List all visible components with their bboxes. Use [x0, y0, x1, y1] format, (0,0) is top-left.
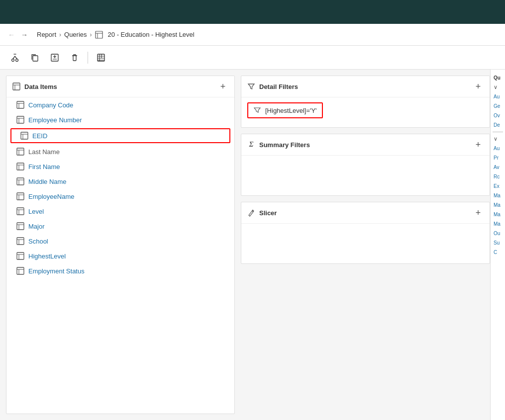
- item-label-10: HighestLevel: [28, 252, 66, 260]
- svg-point-3: [12, 59, 14, 61]
- breadcrumb-queries[interactable]: Queries: [64, 31, 87, 38]
- toolbar-divider: [88, 52, 88, 64]
- filter-tag-icon: [253, 106, 261, 114]
- forward-button[interactable]: →: [19, 29, 30, 41]
- summary-filters-add-button[interactable]: +: [473, 139, 484, 150]
- far-right-item-ma2[interactable]: Ma: [493, 201, 503, 209]
- item-icon-0: [16, 101, 24, 109]
- detail-filters-panel: Detail Filters + [HighestLevel]='Y': [241, 76, 490, 128]
- far-right-divider: [493, 132, 503, 132]
- delete-button[interactable]: [66, 49, 84, 67]
- far-right-chevron-1[interactable]: ∨: [493, 83, 503, 91]
- breadcrumb-sep-2: ›: [90, 31, 92, 38]
- far-right-item-rc[interactable]: Rc: [493, 172, 503, 181]
- data-items-add-button[interactable]: +: [217, 81, 228, 92]
- data-item-major[interactable]: Major: [6, 219, 234, 234]
- item-label-7: Level: [28, 208, 44, 215]
- summary-filters-content: [241, 156, 490, 195]
- back-button[interactable]: ←: [6, 29, 17, 41]
- cut-button[interactable]: [6, 49, 24, 67]
- data-item-company-code[interactable]: Company Code: [6, 97, 234, 112]
- detail-filter-tag[interactable]: [HighestLevel]='Y': [247, 102, 323, 118]
- copy-button[interactable]: [26, 49, 44, 67]
- item-icon-6: [16, 192, 24, 200]
- slicer-title: Slicer: [259, 209, 277, 217]
- slicer-add-button[interactable]: +: [473, 207, 484, 218]
- far-right-item-au2[interactable]: Au: [493, 144, 503, 153]
- svg-line-6: [15, 56, 17, 59]
- breadcrumb-report[interactable]: Report: [37, 31, 56, 38]
- svg-rect-22: [17, 101, 24, 108]
- item-icon-7: [16, 207, 24, 215]
- data-item-last-name[interactable]: Last Name: [6, 144, 234, 159]
- import-button[interactable]: [46, 49, 64, 67]
- slicer-content: [241, 224, 490, 263]
- far-right-item-ma4[interactable]: Ma: [493, 220, 503, 228]
- slicer-title-group: Slicer: [247, 209, 277, 217]
- far-right-item-ma3[interactable]: Ma: [493, 210, 503, 219]
- far-right-item-su[interactable]: Su: [493, 239, 503, 247]
- breadcrumb-sep-1: ›: [59, 31, 61, 38]
- svg-rect-31: [17, 148, 24, 155]
- svg-rect-0: [96, 31, 102, 38]
- toolbar: [0, 46, 505, 70]
- far-right-item-c[interactable]: C: [493, 248, 503, 256]
- data-item-middle-name[interactable]: Middle Name: [6, 174, 234, 189]
- far-right-item-pr[interactable]: Pr: [493, 154, 503, 162]
- filter-tag-text: [HighestLevel]='Y': [265, 107, 317, 114]
- far-right-item-ma1[interactable]: Ma: [493, 191, 503, 200]
- item-label-9: School: [28, 238, 48, 245]
- far-right-item-ge[interactable]: Ge: [493, 102, 503, 110]
- far-right-panel: Qu ∨ Au Ge Ov De ∨ Au Pr Av Rc Ex Ma Ma …: [490, 70, 505, 420]
- svg-rect-25: [17, 116, 24, 123]
- detail-filters-icon: [247, 83, 255, 90]
- data-item-employee-number[interactable]: Employee Number: [6, 112, 234, 127]
- detail-filters-title: Detail Filters: [259, 83, 298, 90]
- summary-filters-header: Σ Summary Filters +: [241, 134, 490, 156]
- breadcrumb-bar: ← → Report › Queries › 20 - Education - …: [0, 24, 505, 46]
- item-icon-9: [16, 237, 24, 245]
- data-item-employment-status[interactable]: Employment Status: [6, 263, 234, 278]
- item-label-6: EmployeeName: [28, 193, 75, 200]
- far-right-item-de[interactable]: De: [493, 121, 503, 129]
- summary-filters-title-group: Σ Summary Filters: [247, 141, 310, 149]
- item-icon-8: [16, 222, 24, 230]
- far-right-item-au1[interactable]: Au: [493, 92, 503, 101]
- data-items-title: Data Items: [24, 83, 57, 90]
- item-label-11: Employment Status: [28, 267, 85, 275]
- svg-rect-40: [17, 193, 24, 200]
- summary-filters-title: Summary Filters: [259, 141, 310, 149]
- grid-settings-button[interactable]: [92, 49, 110, 67]
- top-bar: [0, 0, 505, 24]
- svg-line-5: [13, 56, 15, 59]
- data-item-highestlevel[interactable]: HighestLevel: [6, 249, 234, 263]
- far-right-item-ou[interactable]: Ou: [493, 229, 503, 238]
- far-right-item-ov[interactable]: Ov: [493, 111, 503, 120]
- data-items-panel: Data Items + Company Code Employee Numbe…: [6, 76, 235, 414]
- item-icon-2: [20, 132, 28, 140]
- detail-filters-content: [HighestLevel]='Y': [241, 97, 490, 127]
- data-items-icon: [12, 83, 20, 90]
- item-icon-1: [16, 116, 24, 124]
- item-label-5: Middle Name: [28, 178, 67, 185]
- detail-filters-add-button[interactable]: +: [473, 81, 484, 92]
- data-items-list: Company Code Employee Number EEID Last N…: [6, 97, 234, 278]
- item-icon-11: [16, 267, 24, 275]
- far-right-item-av[interactable]: Av: [493, 163, 503, 171]
- item-label-4: First Name: [28, 163, 60, 170]
- data-item-employeename[interactable]: EmployeeName: [6, 189, 234, 204]
- data-item-school[interactable]: School: [6, 234, 234, 249]
- data-item-first-name[interactable]: First Name: [6, 159, 234, 174]
- svg-rect-8: [33, 56, 38, 61]
- detail-filters-header: Detail Filters +: [241, 76, 490, 97]
- far-right-label-qu: Qu: [493, 74, 503, 82]
- breadcrumb-current: 20 - Education - Highest Level: [108, 31, 195, 38]
- data-item-eeid[interactable]: EEID: [10, 128, 230, 143]
- far-right-chevron-2[interactable]: ∨: [493, 135, 503, 143]
- data-item-level[interactable]: Level: [6, 204, 234, 219]
- item-icon-10: [16, 252, 24, 260]
- item-label-3: Last Name: [28, 148, 60, 156]
- far-right-item-ex[interactable]: Ex: [493, 182, 503, 190]
- item-icon-5: [16, 177, 24, 185]
- svg-rect-37: [17, 178, 24, 185]
